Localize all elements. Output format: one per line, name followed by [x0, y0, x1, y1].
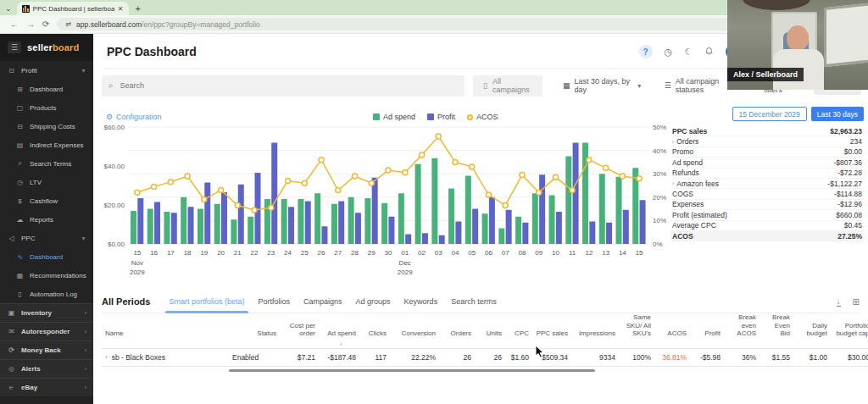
date-range-dropdown[interactable]: ▦ Last 30 days, by day▼: [563, 77, 643, 94]
sidebar-item-search-terms[interactable]: ⌕Search Terms: [0, 154, 93, 173]
column-settings-icon[interactable]: ⊞: [853, 297, 860, 307]
summary-row-orders[interactable]: ›Orders234: [670, 136, 864, 147]
url-path: /en/ppc?groupBy=managed_portfolio: [142, 20, 260, 29]
sidebar-nav: ⊡Profit▼⊞Dashboard▢Products⊟Shipping Cos…: [0, 61, 93, 396]
svg-text:09: 09: [535, 249, 542, 257]
col-header-orders[interactable]: Orders: [439, 329, 475, 338]
svg-text:15: 15: [133, 249, 141, 257]
page-title: PPC Dashboard: [107, 45, 197, 58]
all-campaigns-button[interactable]: ▯ All campaigns: [473, 75, 542, 97]
col-header-units[interactable]: Units: [475, 329, 505, 338]
tab-search-chevron-icon[interactable]: ⌄: [5, 4, 12, 13]
col-header-ppc-sales[interactable]: PPC sales: [532, 329, 571, 338]
col-header-acos[interactable]: ACOS: [654, 329, 690, 338]
svg-text:2029: 2029: [130, 268, 145, 276]
col-header-name[interactable]: Name: [102, 329, 229, 338]
col-header-profit[interactable]: Profit: [690, 329, 724, 338]
svg-text:11: 11: [569, 249, 576, 257]
history-icon[interactable]: ◷: [665, 47, 673, 58]
col-header-impressions[interactable]: Impressions: [571, 329, 619, 338]
col-header-same-sku-all-sku-s[interactable]: Same SKU/ All SKU's: [619, 313, 654, 338]
sidebar-item-dashboard[interactable]: ⊞Dashboard: [0, 80, 93, 98]
summary-row-ad-spend: Ad spend-$807.36: [670, 158, 864, 168]
cell-units: 26: [475, 353, 505, 362]
cell-status: Enabled: [229, 353, 280, 362]
cell-daily-budget: $1.00: [793, 353, 831, 362]
summary-row-refunds: Refunds-$72.28: [670, 169, 864, 179]
svg-text:0%: 0%: [653, 241, 663, 248]
svg-text:15: 15: [636, 249, 643, 257]
sidebar-item-ebay[interactable]: ℮eBay›: [0, 378, 93, 396]
tab-smart-portfolios-beta-[interactable]: Smart portfolios (beta): [169, 291, 244, 313]
col-header-break-even-bid[interactable]: Break Even Bid: [760, 313, 793, 338]
sidebar-item-indirect-expenses[interactable]: ▤Indirect Expenses: [0, 136, 93, 154]
site-info-icon[interactable]: ⇄: [65, 20, 71, 28]
sidebar-item-ppc-dashboard[interactable]: ∿Dashboard: [0, 247, 93, 266]
chevron-down-icon: ▼: [81, 68, 86, 74]
col-header-daily-budget[interactable]: Daily budget: [793, 322, 831, 338]
col-header-clicks[interactable]: Clicks: [359, 329, 390, 338]
horizontal-scrollbar[interactable]: [229, 369, 595, 372]
tab-keywords[interactable]: Keywords: [404, 291, 438, 313]
list-icon: ☰: [665, 81, 671, 90]
reload-icon[interactable]: ⟳: [42, 19, 49, 29]
search-input[interactable]: [119, 80, 458, 91]
row-expand-icon[interactable]: ›: [105, 353, 108, 361]
tab-portfolios[interactable]: Portfolios: [259, 291, 291, 313]
sidebar-item-inventory[interactable]: ▣Inventory›: [0, 303, 93, 322]
summary-range-button[interactable]: Last 30 days: [811, 107, 864, 121]
svg-text:13: 13: [602, 249, 609, 257]
summary-row-profit-estimated-: Profit (estimated)$660.08: [670, 210, 864, 220]
svg-text:19: 19: [200, 249, 208, 257]
tab-search-terms[interactable]: Search terms: [451, 291, 497, 313]
sidebar-item-cashflow[interactable]: $Cashflow: [0, 191, 93, 210]
col-header-cost-per-order[interactable]: Cost per order: [280, 322, 319, 338]
back-icon[interactable]: ←: [10, 19, 19, 29]
col-header-ad-spend[interactable]: Ad spend↓: [319, 329, 359, 338]
summary-date-button[interactable]: 15 December 2029: [732, 107, 807, 121]
sidebar-item-recommendations[interactable]: ▦Recommendations: [0, 266, 93, 285]
sidebar-item-reports[interactable]: ☁Reports: [0, 210, 93, 229]
col-header-portfolio-budget-cap[interactable]: Portfolio budget cap: [831, 322, 868, 338]
new-tab-button[interactable]: +: [136, 3, 141, 14]
svg-text:27: 27: [334, 249, 342, 257]
summary-panel: 15 December 2029 Last 30 days PPC sales$…: [670, 107, 864, 241]
download-icon[interactable]: ↓: [837, 297, 841, 307]
summary-row-amazon-fees[interactable]: ›Amazon fees-$1,122.27: [670, 179, 864, 189]
col-header-cpc[interactable]: CPC: [505, 329, 532, 338]
col-header-break-even-acos[interactable]: Break even ACOS: [724, 313, 760, 338]
svg-text:28: 28: [351, 249, 359, 257]
sidebar-item-money-back[interactable]: ⟳Money Back›: [0, 340, 93, 359]
sidebar-item-alerts[interactable]: ◎Alerts›: [0, 359, 93, 378]
col-header-status[interactable]: Status: [229, 329, 280, 338]
notifications-bell-icon[interactable]: [704, 47, 714, 58]
sidebar-item-profit[interactable]: ⊡Profit▼: [0, 61, 93, 80]
menu-hamburger-icon[interactable]: ☰: [8, 42, 21, 53]
svg-text:50%: 50%: [653, 124, 666, 131]
sort-desc-icon[interactable]: ↓: [339, 340, 342, 348]
sidebar-item-products[interactable]: ▢Products: [0, 98, 93, 117]
search-box[interactable]: ⌕: [102, 75, 465, 97]
help-icon[interactable]: ?: [639, 45, 653, 58]
sidebar-brand: ☰ sellerboard: [0, 34, 93, 61]
sidebar-item-ppc[interactable]: ◁PPC▼: [0, 229, 93, 247]
sidebar-item-automation-log[interactable]: ▯Automation Log: [0, 285, 93, 303]
ppc-chart: $60.00$40.00$20.00$0.0050%40%30%20%10%0%…: [95, 120, 688, 285]
address-bar[interactable]: ⇄ app.sellerboard.com/en/ppc?groupBy=man…: [57, 18, 760, 30]
tab-ad-groups[interactable]: Ad groups: [356, 291, 391, 313]
shipping-costs-icon: ⊟: [15, 123, 25, 130]
forward-icon[interactable]: →: [26, 19, 35, 29]
sidebar-item-autoresponder[interactable]: ✉Autoresponder›: [0, 322, 93, 340]
dark-mode-moon-icon[interactable]: ☾: [684, 47, 693, 58]
table-row[interactable]: ›sb - Black BoxesEnabled$7.21-$187.48117…: [102, 348, 868, 367]
sidebar-item-shipping-costs[interactable]: ⊟Shipping Costs: [0, 117, 93, 136]
browser-tab[interactable]: PPC Dashboard | sellerboard ✕: [17, 2, 129, 15]
chevron-right-icon: ›: [85, 347, 86, 353]
tab-campaigns[interactable]: Campaigns: [303, 291, 342, 313]
svg-text:26: 26: [318, 249, 326, 257]
col-header-conversion[interactable]: Conversion: [390, 329, 439, 338]
summary-row-cogs: COGS-$114.88: [670, 189, 864, 199]
sidebar-item-ltv[interactable]: ◷LTV: [0, 173, 93, 191]
cell-cost-per-order: $7.21: [280, 353, 319, 362]
tab-close-icon[interactable]: ✕: [118, 5, 124, 13]
